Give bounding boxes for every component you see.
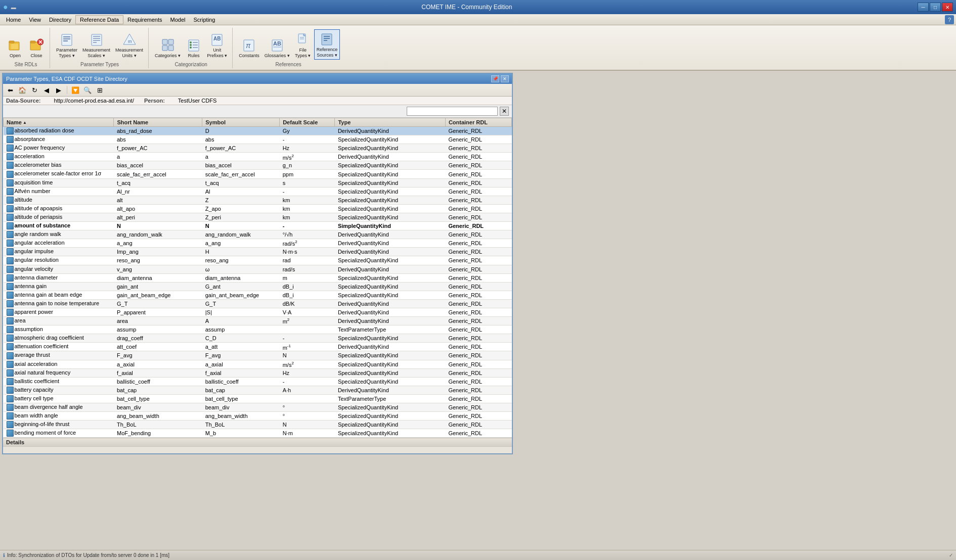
measurement-units-button[interactable]: m MeasurementUnits ▾ [113,30,145,60]
table-row[interactable]: antenna gain to noise temperatureG_TG_Td… [4,299,512,308]
table-row[interactable]: attenuation coefficientatt_coefa_attm-1D… [4,343,512,351]
table-row[interactable]: apparent powerP_apparent|S|V·ADerivedQua… [4,308,512,316]
cell-name: ballistic coefficient [4,377,114,386]
table-row[interactable]: amount of substanceNN-SimpleQuantityKind… [4,222,512,230]
col-default-scale[interactable]: Default Scale [280,118,335,127]
table-row[interactable]: beam divergence half anglebeam_divbeam_d… [4,403,512,412]
svg-rect-2 [11,44,18,49]
unit-prefixes-button[interactable]: AB UnitPrefixes ▾ [205,30,229,60]
table-row[interactable]: antenna gaingain_antG_antdB_iSpecialized… [4,282,512,291]
menu-scripting[interactable]: Scripting [190,16,220,24]
table-row[interactable]: accelerationaam/s2DerivedQuantityKindGen… [4,153,512,161]
search-clear-button[interactable]: ✕ [500,107,509,116]
toolbar-group-parameter-types: ParameterTypes ▾ MeasurementScales ▾ [51,28,149,68]
cell-symbol: M_b [202,429,280,438]
table-row[interactable]: absorptanceabsabs-SpecializedQuantityKin… [4,135,512,144]
cell-default-scale: - [280,135,335,144]
panel-home-button[interactable]: 🏠 [17,85,27,95]
categorization-label: Categorization [175,62,207,67]
table-row[interactable]: acquisition timet_acqt_acqsSpecializedQu… [4,178,512,187]
data-table[interactable]: Name ▲ Short Name Symbol Default Scale T… [3,118,512,438]
table-row[interactable]: bending moment of forceMoF_bendingM_bN·m… [4,429,512,438]
table-row[interactable]: atmospheric drag coefficientdrag_coeffC_… [4,334,512,343]
parameter-types-button[interactable]: ParameterTypes ▾ [54,30,79,60]
minimize-button[interactable]: ─ [918,3,929,12]
search-input[interactable] [407,107,498,116]
help-icon[interactable]: ? [945,15,954,24]
table-row[interactable]: angular accelerationa_anga_angrad/s2Deri… [4,239,512,248]
table-row[interactable]: accelerometer scale-factor error 1σscale… [4,170,512,178]
table-row[interactable]: altitude of periapsisalt_periZ_perikmSpe… [4,213,512,221]
row-icon [7,412,14,419]
table-row[interactable]: axial accelerationa_axiala_axialm/s2Spec… [4,360,512,368]
constants-button[interactable]: π Constants [237,36,262,60]
table-row[interactable]: battery capacitybat_capbat_capA·hDerived… [4,386,512,394]
table-row[interactable]: angular velocityv_angωrad/sDerivedQuanti… [4,265,512,273]
cell-short-name: alt [114,196,202,204]
menu-directory[interactable]: Directory [45,16,75,24]
file-types-button[interactable]: FileTypes ▾ [293,30,313,60]
menu-home[interactable]: Home [2,16,25,24]
cell-default-scale: ° [280,412,335,421]
col-short-name[interactable]: Short Name [114,118,202,127]
table-row[interactable]: antenna gain at beam edgegain_ant_beam_e… [4,291,512,299]
table-row[interactable]: beginning-of-life thrustTh_BoLTh_BoLNSpe… [4,421,512,429]
col-container-rdl[interactable]: Container RDL [445,118,511,127]
panel-nav-back-button[interactable]: ◀ [41,85,52,95]
table-row[interactable]: altitude of apoapsisalt_apoZ_apokmSpecia… [4,204,512,213]
panel-back-button[interactable]: ⬅ [5,85,15,95]
table-row[interactable]: altitudealtZkmSpecializedQuantityKindGen… [4,196,512,204]
table-row[interactable]: angular resolutionreso_angreso_angradSpe… [4,256,512,265]
table-row[interactable]: antenna diameterdiam_antennadiam_antenna… [4,273,512,282]
glossaries-label: Glossaries ▾ [265,53,290,59]
cell-type: SpecializedQuantityKind [335,135,445,144]
cell-short-name: abs [114,135,202,144]
table-row[interactable]: areaareaAm2DerivedQuantityKindGeneric_RD… [4,317,512,325]
close-label: Close [30,53,42,59]
menu-requirements[interactable]: Requirements [123,16,166,24]
table-row[interactable]: angle random walkang_random_walkang_rand… [4,230,512,239]
cell-type: SpecializedQuantityKind [335,161,445,170]
doc-pin-button[interactable]: 📌 [491,75,499,82]
svg-point-28 [190,46,192,49]
maximize-button[interactable]: □ [930,3,941,12]
menu-model[interactable]: Model [166,16,190,24]
table-row[interactable]: assumptionassumpassumpTextParameterTypeG… [4,325,512,334]
col-symbol[interactable]: Symbol [202,118,280,127]
open-button[interactable]: Open [5,36,25,60]
cell-symbol: a_axial [202,360,280,368]
panel-refresh-button[interactable]: ↻ [29,85,39,95]
menu-reference-data[interactable]: Reference Data [75,15,123,24]
cell-short-name: ang_beam_width [114,412,202,421]
glossaries-button[interactable]: AB Glossaries ▾ [263,36,292,60]
reference-sources-button[interactable]: ReferenceSources ▾ [314,29,340,60]
table-row[interactable]: AC power frequencyf_power_ACf_power_ACHz… [4,144,512,153]
col-type[interactable]: Type [335,118,445,127]
table-row[interactable]: accelerometer biasbias_accelbias_accelg_… [4,161,512,170]
rules-button[interactable]: Rules [184,36,204,60]
measurement-scales-button[interactable]: MeasurementScales ▾ [80,30,112,60]
table-row[interactable]: ballistic coefficientballistic_coeffball… [4,377,512,386]
categories-button[interactable]: Categories ▾ [153,36,183,60]
close-button[interactable]: Close [26,36,47,60]
table-row[interactable]: average thrustF_avgF_avgNSpecializedQuan… [4,351,512,360]
table-row[interactable]: Alfvén numberAl_nrAl-SpecializedQuantity… [4,187,512,196]
constants-label: Constants [239,53,259,59]
cell-symbol: ang_random_walk [202,230,280,239]
table-row[interactable]: beam width angleang_beam_widthang_beam_w… [4,412,512,421]
status-right: ✓ [949,552,953,558]
panel-expand-button[interactable]: ⊞ [95,85,105,95]
table-row[interactable]: absorbed radiation doseabs_rad_doseDGyDe… [4,127,512,135]
table-row[interactable]: battery cell typebat_cell_typebat_cell_t… [4,394,512,403]
panel-filter-button[interactable]: 🔽 [70,85,80,95]
panel-nav-forward-button[interactable]: ▶ [54,85,64,95]
cell-container-rdl: Generic_RDL [445,351,511,360]
col-name[interactable]: Name ▲ [4,118,114,127]
table-row[interactable]: axial natural frequencyf_axialf_axialHzS… [4,368,512,377]
close-button[interactable]: ✕ [942,3,953,12]
doc-close-button[interactable]: ✕ [501,75,509,82]
cell-type: SpecializedQuantityKind [335,360,445,368]
panel-search-button[interactable]: 🔍 [82,85,93,95]
menu-view[interactable]: View [25,16,45,24]
table-row[interactable]: angular impulseImp_angHN·m·sDerivedQuant… [4,248,512,256]
